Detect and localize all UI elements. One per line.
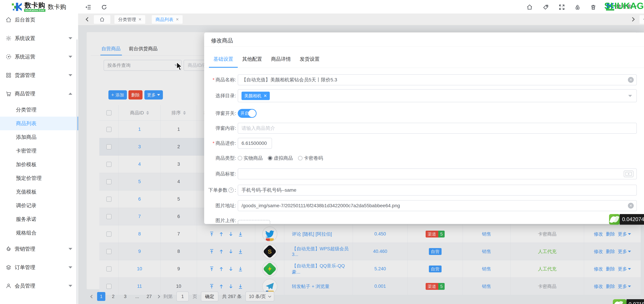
page-tabbar: 分类管理✕商品列表✕ <box>78 14 644 25</box>
tab-chip-商品列表[interactable]: 商品列表✕ <box>152 15 182 24</box>
collapse-menu-icon[interactable] <box>85 4 92 10</box>
field-row-tags: 商品标签: ✕ <box>204 168 644 179</box>
home-icon <box>6 17 12 23</box>
image-url-input[interactable]: /goods_img/same-7/20250111/6f2438b1d3422… <box>238 200 637 211</box>
sidebar-subitem-label: 分类管理 <box>16 106 36 113</box>
sidebar-subitem-充值模板[interactable]: 充值模板 <box>0 185 78 199</box>
chevron-down-icon <box>68 266 72 269</box>
grid-icon <box>6 72 12 78</box>
brand-logo-icon <box>12 2 22 11</box>
purchase-price-input[interactable]: 6.61500000 <box>238 138 272 149</box>
sidebar-scrollbar[interactable] <box>76 39 78 304</box>
page-load-time-widget-bottom: 0.0718 <box>613 299 644 304</box>
sidebar-subitem-调价记录[interactable]: 调价记录 <box>0 199 78 212</box>
sidebar-subitem-label: 服务承诺 <box>16 216 36 223</box>
chevron-down-icon <box>68 37 72 39</box>
radio-卡密卷码[interactable]: 卡密卷码 <box>298 155 323 161</box>
page-load-time: 0.042074s <box>620 214 644 225</box>
modal-tab-商品详情[interactable]: 商品详情 <box>266 46 295 68</box>
product-tags-input[interactable]: ✕ <box>238 168 637 179</box>
radio-dot-icon <box>268 156 272 160</box>
sidebar-item-label: 后台首页 <box>15 16 35 23</box>
cart-icon <box>6 91 12 97</box>
clear-icon[interactable]: ✕ <box>628 203 634 209</box>
field-row-catalog: 选择目录: 美颜相机✕ <box>204 89 644 102</box>
sidebar-item-6[interactable]: 订单管理 <box>0 258 78 277</box>
image-placeholder-icon: ✕ <box>624 171 634 177</box>
modal-tab-发货设置[interactable]: 发货设置 <box>295 46 324 68</box>
layers-icon <box>6 264 12 271</box>
thinkphp-leaf-icon[interactable] <box>609 214 620 225</box>
chevron-down-icon <box>68 248 72 250</box>
radio-label: 实物商品 <box>244 155 263 161</box>
trash-icon[interactable] <box>590 4 596 10</box>
fullscreen-icon[interactable] <box>559 4 565 10</box>
sidebar-subitem-添加商品[interactable]: 添加商品 <box>0 130 78 144</box>
tag-close-icon[interactable]: ✕ <box>264 93 267 98</box>
catalog-select[interactable]: 美颜相机✕ <box>238 89 637 102</box>
sidebar-item-2[interactable]: 系统运营 <box>0 47 78 66</box>
refresh-icon[interactable] <box>101 4 107 10</box>
sidebar-subitem-商品列表[interactable]: 商品列表 <box>0 117 78 130</box>
sidebar-item-4[interactable]: 商品管理 <box>0 84 78 103</box>
sidebar-item-0[interactable]: 后台首页 <box>0 10 78 29</box>
radio-实物商品[interactable]: 实物商品 <box>238 155 263 161</box>
chevron-up-icon <box>68 93 72 95</box>
sidebar-item-1[interactable]: 系统设置 <box>0 29 78 47</box>
sidebar-item-label: 会员管理 <box>15 283 35 290</box>
thinkphp-leaf-icon[interactable] <box>613 299 626 304</box>
top-navbar: 数卡购 <box>78 0 644 14</box>
user-icon <box>6 283 12 289</box>
sidebar-item-5[interactable]: 营销管理 <box>0 240 78 258</box>
sidebar-subitem-分类管理[interactable]: 分类管理 <box>0 103 78 117</box>
tabs-scroll-left-icon[interactable] <box>86 17 90 21</box>
product-name-input[interactable]: 【自动充值】美颜相机紫钻会员5天丨限价5.3 ✕ <box>238 74 637 85</box>
sidebar-subitem-卡密管理[interactable]: 卡密管理 <box>0 144 78 158</box>
sidebar-item-7[interactable]: 会员管理 <box>0 277 78 295</box>
field-row-popup-content: 弹窗内容: 请输入商品简介 <box>204 123 644 134</box>
sidebar-item-label: 系统设置 <box>15 35 35 42</box>
sidebar-subitem-label: 预定价管理 <box>16 175 42 182</box>
sidebar-subitem-label: 充值模板 <box>16 188 36 195</box>
tab-home[interactable] <box>94 15 110 24</box>
chevron-down-icon <box>68 74 72 76</box>
sidebar-subitem-加价模板[interactable]: 加价模板 <box>0 158 78 171</box>
close-icon[interactable]: ✕ <box>138 17 142 22</box>
order-params-input[interactable]: 手机号码-手机号码--same <box>238 185 637 196</box>
sidebar-subitem-规格组合[interactable]: 规格组合 <box>0 226 78 240</box>
page-load-time: 0.0718 <box>626 299 644 304</box>
catalog-tag[interactable]: 美颜相机✕ <box>242 92 270 100</box>
sidebar-subitem-label: 规格组合 <box>16 229 36 236</box>
sidebar-item-label: 商品管理 <box>15 90 35 97</box>
help-icon[interactable]: ? <box>228 187 234 193</box>
home-icon[interactable] <box>526 4 533 10</box>
tabs-scroll-right-icon[interactable] <box>630 17 634 21</box>
brand-logo-text: 数卡购 <box>24 2 45 9</box>
radio-虚拟商品[interactable]: 虚拟商品 <box>268 155 293 161</box>
product-type-radio-group: 实物商品虚拟商品卡密卷码 <box>238 153 323 164</box>
tabs-actions-dropdown[interactable] <box>640 15 644 24</box>
chevron-down-icon <box>68 56 72 58</box>
popup-switch-toggle[interactable]: 开启 <box>238 109 256 118</box>
mouse-cursor <box>176 62 184 71</box>
sidebar-subitem-预定价管理[interactable]: 预定价管理 <box>0 171 78 185</box>
tab-chip-label: 分类管理 <box>118 16 136 22</box>
modal-title: 修改商品 <box>211 37 233 44</box>
clear-icon[interactable]: ✕ <box>628 77 634 83</box>
tab-chip-分类管理[interactable]: 分类管理✕ <box>114 15 145 24</box>
sidebar-subitem-服务承诺[interactable]: 服务承诺 <box>0 212 78 226</box>
gear-icon <box>6 35 12 41</box>
close-icon[interactable]: ✕ <box>176 17 179 22</box>
popup-content-input[interactable]: 请输入商品简介 <box>238 123 637 134</box>
image-upload-dropzone[interactable] <box>238 220 270 224</box>
flame-icon <box>6 246 12 252</box>
sidebar-item-label: 货源管理 <box>15 72 35 79</box>
lock-icon[interactable] <box>574 4 581 10</box>
modal-tab-其他配置[interactable]: 其他配置 <box>238 46 266 68</box>
field-row-name: *商品名称: 【自动充值】美颜相机紫钻会员5天丨限价5.3 ✕ <box>204 74 644 85</box>
modal-tab-基础设置[interactable]: 基础设置 <box>209 46 238 68</box>
tag-icon[interactable] <box>542 4 549 10</box>
field-row-popup-switch: 弹窗开关: 开启 <box>204 108 644 119</box>
field-row-product-type: 商品类型: 实物商品虚拟商品卡密卷码 <box>204 153 644 164</box>
sidebar-item-3[interactable]: 货源管理 <box>0 66 78 84</box>
